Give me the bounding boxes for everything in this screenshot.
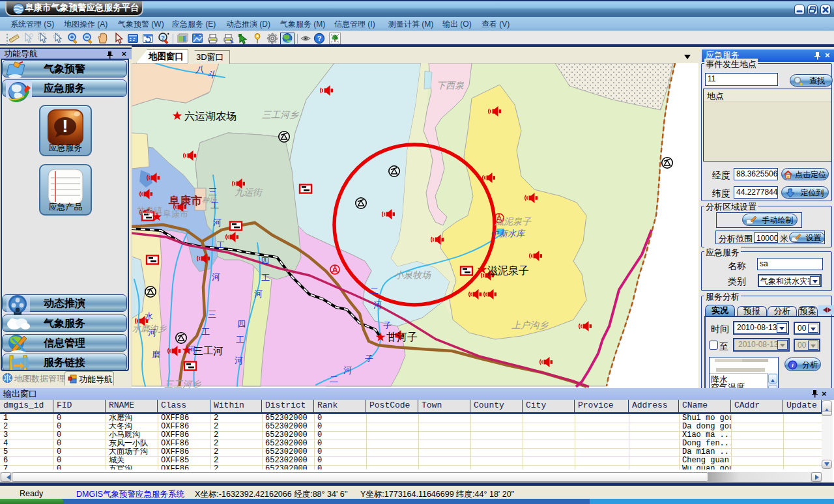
svg-text:六运湖农场: 六运湖农场 xyxy=(184,111,237,122)
svg-text:小泉牧场: 小泉牧场 xyxy=(394,270,431,280)
svg-text:河: 河 xyxy=(343,365,352,375)
svg-text:河: 河 xyxy=(212,272,220,282)
svg-text:子: 子 xyxy=(365,354,373,363)
svg-text:三: 三 xyxy=(208,187,217,197)
svg-text:上户沟乡: 上户沟乡 xyxy=(511,320,549,330)
svg-text:磨: 磨 xyxy=(152,350,160,359)
svg-text:河: 河 xyxy=(213,217,222,227)
svg-text:中新水库: 中新水库 xyxy=(491,229,526,238)
svg-text:阜康市: 阜康市 xyxy=(168,194,202,207)
svg-text:下西泉: 下西泉 xyxy=(437,80,464,91)
svg-text:工: 工 xyxy=(236,335,244,344)
svg-text:四: 四 xyxy=(237,319,246,329)
svg-text:工: 工 xyxy=(201,327,210,337)
svg-text:河: 河 xyxy=(148,328,156,337)
svg-text:滋泥泉子: 滋泥泉子 xyxy=(487,265,529,276)
svg-text:滋泥泉子: 滋泥泉子 xyxy=(495,216,532,227)
svg-text:工: 工 xyxy=(216,240,225,250)
svg-text:水: 水 xyxy=(145,311,153,321)
svg-text:二: 二 xyxy=(370,286,379,296)
svg-text:子: 子 xyxy=(383,320,392,330)
svg-text:三工河: 三工河 xyxy=(194,345,223,356)
svg-text:甘泉镇: 甘泉镇 xyxy=(137,206,162,216)
svg-text:八: 八 xyxy=(195,64,204,74)
svg-text:!: ! xyxy=(62,116,68,136)
svg-text:工: 工 xyxy=(261,273,270,283)
svg-text:河: 河 xyxy=(373,300,382,310)
svg-text:甘河子: 甘河子 xyxy=(386,331,418,343)
svg-text:?: ? xyxy=(317,35,322,42)
svg-text:?: ? xyxy=(161,35,165,41)
svg-text:河: 河 xyxy=(188,344,196,354)
svg-text:河: 河 xyxy=(254,289,263,299)
svg-text:斗: 斗 xyxy=(207,70,216,79)
svg-text:九运街: 九运街 xyxy=(235,187,263,197)
svg-text:河: 河 xyxy=(235,356,243,365)
svg-text:四: 四 xyxy=(261,256,269,266)
svg-text:阜康市: 阜康市 xyxy=(163,209,188,219)
svg-text:工: 工 xyxy=(210,201,219,210)
svg-text:三: 三 xyxy=(208,309,216,319)
svg-text:二: 二 xyxy=(330,374,338,384)
svg-text:三工河乡: 三工河乡 xyxy=(262,109,299,120)
